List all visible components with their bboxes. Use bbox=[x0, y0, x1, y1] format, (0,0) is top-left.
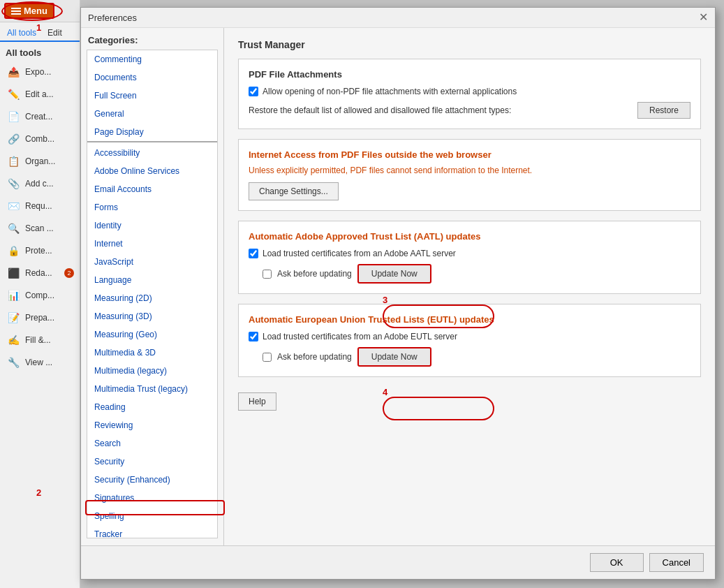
dialog-title-bar: Preferences ✕ bbox=[81, 8, 715, 28]
eutl-section: Automatic European Union Trusted Lists (… bbox=[238, 304, 701, 377]
cat-multimedia-trust[interactable]: Multimedia Trust (legacy) bbox=[87, 380, 217, 398]
cat-reviewing[interactable]: Reviewing bbox=[87, 416, 217, 434]
cat-forms[interactable]: Forms bbox=[87, 198, 217, 216]
restore-label: Restore the default list of allowed and … bbox=[249, 105, 630, 115]
edit-icon: ✏️ bbox=[6, 87, 21, 102]
cat-multimedia-legacy[interactable]: Multimedia (legacy) bbox=[87, 362, 217, 380]
close-button[interactable]: ✕ bbox=[699, 12, 708, 23]
cat-signatures[interactable]: Signatures bbox=[87, 489, 217, 507]
sidebar: Menu All tools Edit All tools 📤 Expo... … bbox=[0, 0, 80, 588]
aatl-update-now-button[interactable]: Update Now bbox=[357, 264, 431, 284]
preferences-dialog: Preferences ✕ Categories: Commenting Doc… bbox=[80, 7, 716, 580]
tool-prepare[interactable]: 📝 Prepa... bbox=[0, 307, 80, 329]
cat-measuring-geo[interactable]: Measuring (Geo) bbox=[87, 325, 217, 344]
cancel-button[interactable]: Cancel bbox=[649, 553, 704, 572]
internet-access-desc: Unless explicitly permitted, PDF files c… bbox=[249, 166, 690, 175]
tool-label: Organ... bbox=[25, 156, 55, 166]
export-icon: 📤 bbox=[6, 64, 21, 80]
internet-access-title: Internet Access from PDF Files outside t… bbox=[249, 149, 690, 160]
dialog-body: Categories: Commenting Documents Full Sc… bbox=[81, 28, 715, 545]
eutl-load-row: Load trusted certificates from an Adobe … bbox=[249, 332, 690, 341]
cat-identity[interactable]: Identity bbox=[87, 216, 217, 235]
content-panel: Trust Manager PDF File Attachments Allow… bbox=[224, 28, 715, 545]
aatl-load-label: Load trusted certificates from an Adobe … bbox=[263, 249, 456, 258]
badge-2: 2 bbox=[64, 268, 74, 278]
cat-reading[interactable]: Reading bbox=[87, 398, 217, 416]
menu-button[interactable]: Menu bbox=[4, 3, 54, 19]
tool-label: Comb... bbox=[25, 134, 54, 144]
cat-documents[interactable]: Documents bbox=[87, 68, 217, 87]
tool-label: Comp... bbox=[25, 291, 54, 300]
dialog-footer: OK Cancel bbox=[81, 545, 715, 579]
tool-protect[interactable]: 🔒 Prote... bbox=[0, 240, 80, 262]
menu-label: Menu bbox=[24, 6, 47, 16]
categories-label: Categories: bbox=[81, 35, 223, 50]
cat-adobe-online[interactable]: Adobe Online Services bbox=[87, 162, 217, 180]
tab-row: All tools Edit bbox=[0, 22, 80, 42]
aatl-title: Automatic Adobe Approved Trust List (AAT… bbox=[249, 231, 690, 242]
cat-multimedia-3d[interactable]: Multimedia & 3D bbox=[87, 344, 217, 362]
tool-view[interactable]: 🔧 View ... bbox=[0, 351, 80, 374]
redact-icon: ⬛ bbox=[6, 265, 21, 281]
help-button[interactable]: Help bbox=[238, 392, 276, 411]
cat-general[interactable]: General bbox=[87, 105, 217, 123]
tool-edit[interactable]: ✏️ Edit a... bbox=[0, 83, 80, 105]
tab-edit[interactable]: Edit bbox=[45, 25, 65, 41]
cat-security[interactable]: Security bbox=[87, 453, 217, 471]
add-comment-icon: 📎 bbox=[6, 176, 21, 191]
restore-button[interactable]: Restore bbox=[637, 102, 690, 119]
tool-label: Creat... bbox=[25, 112, 52, 122]
allow-checkbox-row: Allow opening of non-PDF file attachment… bbox=[249, 87, 690, 96]
cat-email-accounts[interactable]: Email Accounts bbox=[87, 180, 217, 198]
cat-search[interactable]: Search bbox=[87, 434, 217, 453]
cat-javascript[interactable]: JavaScript bbox=[87, 253, 217, 271]
tool-label: Reda... bbox=[25, 268, 52, 278]
content-title: Trust Manager bbox=[238, 39, 701, 50]
cat-language[interactable]: Language bbox=[87, 271, 217, 289]
cat-internet[interactable]: Internet bbox=[87, 235, 217, 253]
tool-label: Expo... bbox=[25, 67, 51, 77]
tool-create[interactable]: 📄 Creat... bbox=[0, 105, 80, 128]
allow-checkbox[interactable] bbox=[249, 87, 258, 96]
pdf-attachments-section: PDF File Attachments Allow opening of no… bbox=[238, 59, 701, 129]
tool-fill[interactable]: ✍️ Fill &... bbox=[0, 329, 80, 351]
eutl-update-now-button[interactable]: Update Now bbox=[357, 347, 431, 367]
tool-combine[interactable]: 🔗 Comb... bbox=[0, 128, 80, 150]
aatl-load-row: Load trusted certificates from an Adobe … bbox=[249, 249, 690, 258]
tab-all-tools[interactable]: All tools bbox=[4, 25, 39, 42]
eutl-load-checkbox[interactable] bbox=[249, 332, 258, 341]
protect-icon: 🔒 bbox=[6, 243, 21, 258]
menu-bar: Menu bbox=[0, 0, 80, 22]
change-settings-button[interactable]: Change Settings... bbox=[249, 182, 339, 200]
tool-organize[interactable]: 📋 Organ... bbox=[0, 150, 80, 172]
cat-measuring-2d[interactable]: Measuring (2D) bbox=[87, 289, 217, 307]
tool-label: Add c... bbox=[25, 179, 54, 189]
organize-icon: 📋 bbox=[6, 154, 21, 169]
tool-label: Prote... bbox=[25, 246, 52, 256]
tool-export[interactable]: 📤 Expo... bbox=[0, 61, 80, 83]
cat-commenting[interactable]: Commenting bbox=[87, 50, 217, 68]
tool-add-comment[interactable]: 📎 Add c... bbox=[0, 172, 80, 195]
tool-scan[interactable]: 🔍 Scan ... bbox=[0, 217, 80, 240]
eutl-ask-checkbox[interactable] bbox=[263, 353, 272, 362]
cat-security-enhanced[interactable]: Security (Enhanced) bbox=[87, 471, 217, 489]
tool-redact[interactable]: ⬛ Reda... 2 bbox=[0, 262, 80, 284]
cat-measuring-3d[interactable]: Measuring (3D) bbox=[87, 307, 217, 325]
cat-tracker[interactable]: Tracker bbox=[87, 525, 217, 538]
ok-button[interactable]: OK bbox=[590, 553, 644, 572]
categories-list[interactable]: Commenting Documents Full Screen General… bbox=[87, 50, 218, 538]
compare-icon: 📊 bbox=[6, 288, 21, 303]
eutl-title: Automatic European Union Trusted Lists (… bbox=[249, 314, 690, 325]
aatl-ask-label: Ask before updating bbox=[277, 269, 352, 279]
cat-full-screen[interactable]: Full Screen bbox=[87, 87, 217, 105]
scan-icon: 🔍 bbox=[6, 221, 21, 236]
cat-spelling[interactable]: Spelling bbox=[87, 507, 217, 525]
aatl-load-checkbox[interactable] bbox=[249, 249, 258, 258]
cat-page-display[interactable]: Page Display bbox=[87, 123, 217, 141]
tool-request[interactable]: ✉️ Requ... bbox=[0, 195, 80, 217]
cat-accessibility[interactable]: Accessibility bbox=[87, 144, 217, 162]
top-categories: Commenting Documents Full Screen General… bbox=[87, 50, 217, 142]
tool-compare[interactable]: 📊 Comp... bbox=[0, 284, 80, 307]
aatl-ask-checkbox[interactable] bbox=[263, 270, 272, 279]
allow-label: Allow opening of non-PDF file attachment… bbox=[263, 87, 517, 96]
